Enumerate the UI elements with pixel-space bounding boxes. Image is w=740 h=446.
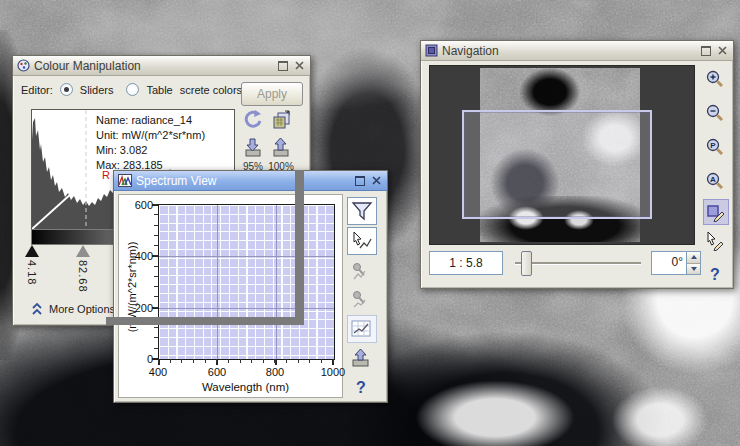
- up-arrow-icon: [691, 255, 697, 259]
- show-cursor-spectrum-button[interactable]: [347, 227, 377, 255]
- colour-manipulation-title: Colour Manipulation: [34, 59, 272, 73]
- sync-cursor-icon: [705, 231, 725, 251]
- pin-spectrum-icon: [350, 262, 372, 282]
- annotation-overlay-vertical-bar: [295, 170, 304, 325]
- rough-statistics-text: R: [102, 169, 110, 181]
- editor-label: Editor:: [21, 84, 53, 96]
- close-icon: [718, 46, 727, 55]
- navigation-overview-canvas[interactable]: [429, 65, 695, 245]
- x-tick-400: 400: [141, 366, 175, 378]
- svg-text:P: P: [710, 141, 716, 150]
- export-spectra-button[interactable]: [347, 345, 375, 371]
- spectrum-help-button[interactable]: ?: [347, 375, 375, 401]
- navigation-help-button[interactable]: ?: [703, 263, 727, 287]
- apply-button[interactable]: Apply: [241, 82, 303, 106]
- zoom-pixel-button[interactable]: P: [703, 135, 727, 159]
- multi-apply-icon: [270, 109, 292, 131]
- float-window-button[interactable]: [276, 60, 289, 72]
- zoom-all-icon: A: [705, 171, 725, 191]
- annotation-overlay-horizontal-bar: [106, 317, 304, 325]
- sliders-radio-label: Sliders: [80, 84, 114, 96]
- close-icon: [372, 176, 381, 185]
- zoom-out-icon: [705, 103, 725, 123]
- sync-views-button[interactable]: [703, 199, 729, 225]
- svg-text:A: A: [710, 175, 716, 184]
- navigation-window: Navigation: [420, 40, 734, 289]
- mid-slider-value: 82.68: [77, 260, 89, 293]
- sliders-radio[interactable]: [60, 83, 73, 96]
- close-icon: [295, 61, 304, 70]
- more-options-toggle[interactable]: More Options: [31, 302, 115, 315]
- x-axis-label: Wavelength (nm): [158, 381, 333, 393]
- mid-slider-handle[interactable]: [76, 245, 90, 257]
- spectrum-plot-area: [158, 204, 335, 360]
- auto-adjust-100-icon: [270, 137, 292, 159]
- filter-icon: [351, 201, 373, 221]
- multi-apply-button[interactable]: [269, 108, 293, 132]
- navigation-window-icon: [425, 44, 438, 57]
- zoom-ratio-value: 1 : 5.8: [449, 256, 482, 270]
- spectrum-view-titlebar[interactable]: Spectrum View: [114, 171, 387, 191]
- band-info-text: Name: radiance_14 Unit: mW/(m^2*sr*nm) M…: [96, 113, 205, 173]
- zoom-slider-track[interactable]: [515, 262, 641, 264]
- min-slider-value: 4.18: [26, 260, 38, 285]
- min-slider-handle[interactable]: [25, 245, 39, 257]
- auto-adjust-100-button[interactable]: [269, 136, 293, 160]
- reset-button[interactable]: [241, 108, 265, 132]
- sync-cursor-button[interactable]: [703, 229, 727, 253]
- collapse-chevrons-icon: [31, 302, 43, 315]
- y-axis-label: (mW/(m^2*sr*nm)): [126, 212, 138, 362]
- zoom-out-button[interactable]: [703, 101, 727, 125]
- zoom-slider-thumb[interactable]: [521, 251, 532, 276]
- pin-spectrum-icon-2: [350, 290, 372, 310]
- cursor-spectrum-icon: [351, 231, 373, 251]
- show-selected-pin-spectrum-button[interactable]: [347, 287, 375, 313]
- float-window-button[interactable]: [353, 175, 366, 187]
- spectrum-view-window: Spectrum View 600 400 200 0: [113, 170, 388, 403]
- zoom-in-icon: [705, 69, 725, 89]
- filter-bands-button[interactable]: [347, 197, 377, 225]
- zoom-all-button[interactable]: A: [703, 169, 727, 193]
- colour-manipulation-titlebar[interactable]: Colour Manipulation: [13, 56, 310, 76]
- help-question-mark: ?: [710, 266, 720, 284]
- zoom-pixel-icon: P: [705, 137, 725, 157]
- float-window-button[interactable]: [699, 45, 712, 57]
- spectrum-view-title: Spectrum View: [136, 174, 349, 188]
- close-window-button[interactable]: [370, 175, 383, 187]
- down-arrow-icon: [691, 267, 697, 271]
- reset-icon: [242, 109, 264, 131]
- x-tick-800: 800: [258, 366, 292, 378]
- view-area-selection-rect[interactable]: [462, 110, 652, 219]
- sync-view-icon: [706, 202, 726, 222]
- close-window-button[interactable]: [293, 60, 306, 72]
- close-window-button[interactable]: [716, 45, 729, 57]
- more-options-label: More Options: [49, 303, 115, 315]
- table-radio-label: Table: [146, 84, 172, 96]
- navigation-titlebar[interactable]: Navigation: [421, 41, 733, 61]
- x-tick-600: 600: [200, 366, 234, 378]
- palette-icon: [17, 59, 30, 72]
- export-icon: [350, 348, 372, 368]
- auto-adjust-95-icon: [242, 137, 264, 159]
- rotation-spinner[interactable]: 0°: [651, 251, 701, 275]
- auto-adjust-95-button[interactable]: [241, 136, 265, 160]
- y-tick-600: 600: [127, 199, 153, 211]
- spectrum-icon: [118, 174, 132, 187]
- discrete-colors-label: screte colors: [180, 84, 242, 96]
- zoom-ratio-field[interactable]: 1 : 5.8: [429, 251, 503, 275]
- rotation-value: 0°: [652, 252, 686, 274]
- zoom-in-button[interactable]: [703, 67, 727, 91]
- x-tick-1000: 1000: [316, 366, 350, 378]
- spectrum-chart-panel: 600 400 200 0 400 600 800 1000 (mW/(m^2*…: [118, 194, 343, 398]
- table-radio[interactable]: [126, 83, 139, 96]
- grid-chart-icon: [351, 319, 373, 339]
- rotation-down-button[interactable]: [687, 263, 700, 275]
- show-pinned-spectra-button[interactable]: [347, 259, 375, 285]
- navigation-title: Navigation: [442, 44, 695, 58]
- help-question-mark: ?: [356, 379, 366, 397]
- show-grid-button[interactable]: [347, 315, 377, 343]
- rotation-up-button[interactable]: [687, 252, 700, 263]
